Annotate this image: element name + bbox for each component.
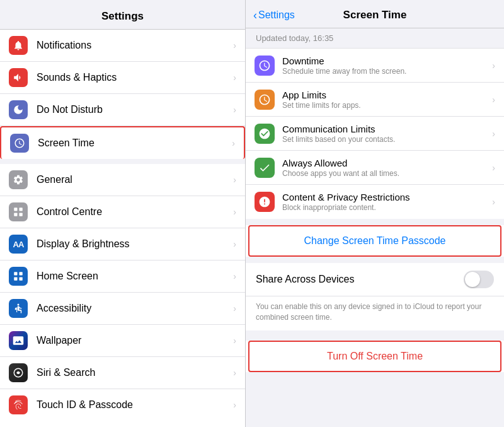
update-bar: Updated today, 16:35 [246,28,504,49]
left-panel: Settings Notifications › [0,0,246,427]
notifications-chevron: › [233,40,236,50]
sidebar-item-touchid[interactable]: Touch ID & Passcode › [0,389,245,421]
applimits-icon [255,90,275,110]
section-gap-1 [246,219,504,224]
general-icon [9,170,28,189]
sidebar-item-display[interactable]: AA Display & Brightness › [0,228,245,260]
share-description-text: You can enable this on any device signed… [256,302,481,322]
right-content: Updated today, 16:35 Downtime Schedule t… [246,28,504,427]
accessibility-icon [9,299,28,318]
right-item-alwaysallowed[interactable]: Always Allowed Choose apps you want at a… [246,151,504,185]
homescreen-icon [9,267,28,286]
change-passcode-button[interactable]: Change Screen Time Passcode [248,225,501,257]
back-button[interactable]: ‹ Settings [253,9,295,22]
display-chevron: › [233,239,236,249]
downtime-chevron: › [492,61,495,71]
notifications-label: Notifications [37,40,229,51]
siri-label: Siri & Search [37,367,229,378]
section-gap-3 [246,330,504,336]
donotdisturb-chevron: › [233,105,236,115]
update-text: Updated today, 16:35 [256,33,333,43]
svg-rect-7 [20,278,23,281]
downtime-subtitle: Schedule time away from the screen. [282,67,488,76]
contentprivacy-title: Content & Privacy Restrictions [282,192,488,202]
top-section: Notifications › Sounds & Haptics › [0,30,245,159]
alwaysallowed-chevron: › [492,163,495,173]
section-gap-4 [246,373,504,378]
back-chevron-icon: ‹ [253,9,257,22]
section-divider [0,159,245,164]
svg-point-8 [18,304,20,306]
accessibility-label: Accessibility [37,303,229,314]
sidebar-item-general[interactable]: General › [0,164,245,196]
svg-rect-6 [14,278,17,281]
alwaysallowed-text: Always Allowed Choose apps you want at a… [282,158,488,178]
commlimits-subtitle: Set limits based on your contacts. [282,135,488,144]
right-panel: ‹ Settings Screen Time Updated today, 16… [246,0,504,427]
sidebar-item-siri[interactable]: Siri & Search › [0,357,245,389]
wallpaper-chevron: › [233,336,236,346]
downtime-title: Downtime [282,56,488,66]
screentime-label: Screen Time [38,137,228,149]
sidebar-item-homescreen[interactable]: Home Screen › [0,260,245,293]
downtime-text: Downtime Schedule time away from the scr… [282,56,488,76]
alwaysallowed-title: Always Allowed [282,158,488,168]
contentprivacy-subtitle: Block inappropriate content. [282,203,488,212]
general-label: General [37,174,229,185]
sounds-label: Sounds & Haptics [37,72,229,83]
right-item-contentprivacy[interactable]: Content & Privacy Restrictions Block ina… [246,185,504,219]
siri-icon [9,363,28,382]
change-passcode-section: Change Screen Time Passcode [246,225,504,257]
share-description: You can enable this on any device signed… [246,296,504,330]
display-icon: AA [9,235,28,254]
bottom-section: General › Control Centre › [0,164,245,421]
right-header: ‹ Settings Screen Time [246,0,504,28]
share-label: Share Across Devices [256,274,464,285]
controlcentre-chevron: › [233,207,236,217]
donotdisturb-label: Do Not Disturb [37,104,229,115]
controlcentre-label: Control Centre [37,206,229,218]
left-title: Settings [101,10,144,22]
siri-chevron: › [233,368,236,378]
left-header: Settings [0,0,245,30]
applimits-text: App Limits Set time limits for apps. [282,90,488,110]
contentprivacy-chevron: › [492,197,495,207]
sidebar-item-controlcentre[interactable]: Control Centre › [0,196,245,228]
svg-rect-2 [14,213,17,216]
section-gap-2 [246,258,504,263]
right-item-commlimits[interactable]: Communication Limits Set limits based on… [246,117,504,151]
sounds-icon [9,68,28,87]
sidebar-item-notifications[interactable]: Notifications › [0,30,245,62]
sidebar-item-wallpaper[interactable]: Wallpaper › [0,325,245,357]
svg-rect-5 [20,272,23,275]
commlimits-title: Communication Limits [282,124,488,134]
sidebar-item-accessibility[interactable]: Accessibility › [0,293,245,325]
right-item-downtime[interactable]: Downtime Schedule time away from the scr… [246,49,504,83]
applimits-chevron: › [492,95,495,105]
turn-off-section: Turn Off Screen Time [246,341,504,372]
screentime-chevron: › [232,138,235,148]
share-toggle[interactable] [464,271,494,288]
sidebar-item-donotdisturb[interactable]: Do Not Disturb › [0,94,245,126]
share-row: Share Across Devices [246,263,504,296]
right-list-section: Downtime Schedule time away from the scr… [246,49,504,219]
touchid-label: Touch ID & Passcode [37,399,229,411]
svg-rect-0 [14,208,17,211]
controlcentre-icon [9,202,28,221]
right-item-applimits[interactable]: App Limits Set time limits for apps. › [246,83,504,117]
sounds-chevron: › [233,73,236,83]
toggle-knob [465,272,480,287]
donotdisturb-icon [9,100,28,119]
change-passcode-label: Change Screen Time Passcode [304,235,445,247]
commlimits-icon [255,124,275,144]
alwaysallowed-subtitle: Choose apps you want at all times. [282,169,488,178]
turn-off-button[interactable]: Turn Off Screen Time [248,341,501,372]
sidebar-item-screentime[interactable]: Screen Time › [0,126,245,159]
downtime-icon [255,56,275,76]
sidebar-item-sounds[interactable]: Sounds & Haptics › [0,62,245,94]
touchid-chevron: › [233,400,236,410]
touchid-icon [9,395,28,414]
svg-rect-3 [20,213,23,216]
contentprivacy-icon [255,192,275,212]
homescreen-label: Home Screen [37,271,229,282]
